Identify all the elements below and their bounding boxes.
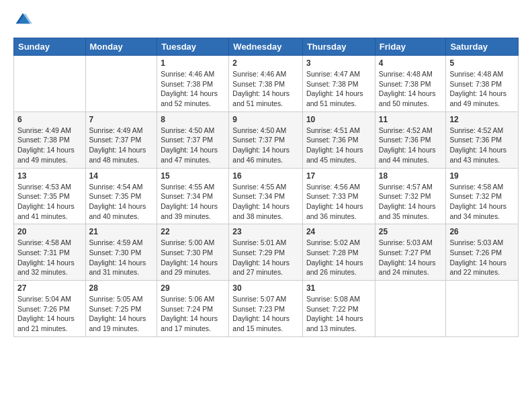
day-info: Sunrise: 4:50 AM Sunset: 7:37 PM Dayligh… — [161, 126, 225, 165]
calendar-header-sunday: Sunday — [14, 38, 86, 56]
day-number: 6 — [17, 115, 82, 124]
day-number: 22 — [161, 227, 225, 236]
calendar-cell: 25Sunrise: 5:03 AM Sunset: 7:27 PM Dayli… — [375, 224, 446, 281]
calendar-cell: 17Sunrise: 4:56 AM Sunset: 7:33 PM Dayli… — [302, 168, 375, 224]
day-number: 24 — [306, 227, 371, 236]
day-number: 30 — [232, 283, 299, 293]
day-number: 5 — [449, 58, 515, 68]
calendar-cell: 6Sunrise: 4:49 AM Sunset: 7:38 PM Daylig… — [14, 111, 86, 168]
day-number: 26 — [449, 227, 515, 236]
calendar-week-4: 27Sunrise: 5:04 AM Sunset: 7:26 PM Dayli… — [14, 281, 519, 337]
day-number: 11 — [379, 115, 443, 124]
day-number: 17 — [306, 171, 371, 181]
calendar-cell: 22Sunrise: 5:00 AM Sunset: 7:30 PM Dayli… — [157, 224, 229, 281]
day-info: Sunrise: 4:59 AM Sunset: 7:30 PM Dayligh… — [89, 238, 154, 277]
day-number: 23 — [232, 227, 299, 236]
calendar-cell: 9Sunrise: 4:50 AM Sunset: 7:37 PM Daylig… — [229, 111, 303, 168]
calendar-cell: 15Sunrise: 4:55 AM Sunset: 7:34 PM Dayli… — [157, 168, 229, 224]
day-info: Sunrise: 5:05 AM Sunset: 7:25 PM Dayligh… — [89, 294, 154, 334]
calendar-header-friday: Friday — [375, 38, 446, 56]
calendar-cell: 21Sunrise: 4:59 AM Sunset: 7:30 PM Dayli… — [85, 224, 157, 281]
logo-icon — [13, 11, 32, 30]
calendar-cell: 12Sunrise: 4:52 AM Sunset: 7:36 PM Dayli… — [446, 111, 519, 168]
calendar-cell: 8Sunrise: 4:50 AM Sunset: 7:37 PM Daylig… — [157, 111, 229, 168]
day-info: Sunrise: 4:55 AM Sunset: 7:34 PM Dayligh… — [161, 182, 225, 222]
day-info: Sunrise: 5:03 AM Sunset: 7:27 PM Dayligh… — [379, 238, 443, 277]
day-number: 16 — [232, 171, 299, 181]
day-info: Sunrise: 4:48 AM Sunset: 7:38 PM Dayligh… — [449, 69, 515, 109]
calendar-header-tuesday: Tuesday — [157, 38, 229, 56]
calendar-cell: 31Sunrise: 5:08 AM Sunset: 7:22 PM Dayli… — [302, 281, 375, 337]
calendar-cell: 29Sunrise: 5:06 AM Sunset: 7:24 PM Dayli… — [157, 281, 229, 337]
day-info: Sunrise: 4:54 AM Sunset: 7:35 PM Dayligh… — [89, 182, 154, 222]
day-info: Sunrise: 4:51 AM Sunset: 7:36 PM Dayligh… — [306, 126, 371, 165]
day-number: 19 — [449, 171, 515, 181]
day-number: 25 — [379, 227, 443, 236]
day-number: 2 — [232, 58, 299, 68]
day-info: Sunrise: 5:00 AM Sunset: 7:30 PM Dayligh… — [161, 238, 225, 277]
day-info: Sunrise: 5:04 AM Sunset: 7:26 PM Dayligh… — [17, 294, 82, 334]
day-number: 14 — [89, 171, 154, 181]
page: SundayMondayTuesdayWednesdayThursdayFrid… — [0, 0, 532, 348]
day-number: 9 — [232, 115, 299, 124]
logo — [13, 11, 35, 30]
day-info: Sunrise: 4:48 AM Sunset: 7:38 PM Dayligh… — [379, 69, 443, 109]
calendar-cell: 14Sunrise: 4:54 AM Sunset: 7:35 PM Dayli… — [85, 168, 157, 224]
day-number: 28 — [89, 283, 154, 293]
calendar-cell: 10Sunrise: 4:51 AM Sunset: 7:36 PM Dayli… — [302, 111, 375, 168]
calendar-cell: 19Sunrise: 4:58 AM Sunset: 7:32 PM Dayli… — [446, 168, 519, 224]
calendar-cell — [85, 56, 157, 112]
calendar-cell: 28Sunrise: 5:05 AM Sunset: 7:25 PM Dayli… — [85, 281, 157, 337]
day-number: 1 — [161, 58, 225, 68]
day-info: Sunrise: 5:03 AM Sunset: 7:26 PM Dayligh… — [449, 238, 515, 277]
calendar-cell: 30Sunrise: 5:07 AM Sunset: 7:23 PM Dayli… — [229, 281, 303, 337]
day-info: Sunrise: 4:46 AM Sunset: 7:38 PM Dayligh… — [161, 69, 225, 109]
day-number: 7 — [89, 115, 154, 124]
day-number: 8 — [161, 115, 225, 124]
day-number: 15 — [161, 171, 225, 181]
calendar-cell: 3Sunrise: 4:47 AM Sunset: 7:38 PM Daylig… — [302, 56, 375, 112]
calendar-header-wednesday: Wednesday — [229, 38, 303, 56]
day-info: Sunrise: 4:53 AM Sunset: 7:35 PM Dayligh… — [17, 182, 82, 222]
day-info: Sunrise: 5:02 AM Sunset: 7:28 PM Dayligh… — [306, 238, 371, 277]
day-number: 18 — [379, 171, 443, 181]
calendar-cell: 4Sunrise: 4:48 AM Sunset: 7:38 PM Daylig… — [375, 56, 446, 112]
calendar-cell — [14, 56, 86, 112]
calendar-cell: 27Sunrise: 5:04 AM Sunset: 7:26 PM Dayli… — [14, 281, 86, 337]
day-number: 10 — [306, 115, 371, 124]
day-number: 12 — [449, 115, 515, 124]
header — [13, 11, 519, 30]
calendar-header-monday: Monday — [85, 38, 157, 56]
calendar-cell: 23Sunrise: 5:01 AM Sunset: 7:29 PM Dayli… — [229, 224, 303, 281]
day-info: Sunrise: 4:56 AM Sunset: 7:33 PM Dayligh… — [306, 182, 371, 222]
day-info: Sunrise: 4:58 AM Sunset: 7:31 PM Dayligh… — [17, 238, 82, 277]
day-info: Sunrise: 4:52 AM Sunset: 7:36 PM Dayligh… — [449, 126, 515, 165]
calendar-week-1: 6Sunrise: 4:49 AM Sunset: 7:38 PM Daylig… — [14, 111, 519, 168]
day-info: Sunrise: 4:52 AM Sunset: 7:36 PM Dayligh… — [379, 126, 443, 165]
calendar-cell: 20Sunrise: 4:58 AM Sunset: 7:31 PM Dayli… — [14, 224, 86, 281]
day-number: 27 — [17, 283, 82, 293]
calendar-header-row: SundayMondayTuesdayWednesdayThursdayFrid… — [14, 38, 519, 56]
day-number: 20 — [17, 227, 82, 236]
day-info: Sunrise: 4:57 AM Sunset: 7:32 PM Dayligh… — [379, 182, 443, 222]
calendar-week-3: 20Sunrise: 4:58 AM Sunset: 7:31 PM Dayli… — [14, 224, 519, 281]
calendar-table: SundayMondayTuesdayWednesdayThursdayFrid… — [13, 38, 519, 337]
day-info: Sunrise: 4:49 AM Sunset: 7:38 PM Dayligh… — [17, 126, 82, 165]
calendar-cell: 18Sunrise: 4:57 AM Sunset: 7:32 PM Dayli… — [375, 168, 446, 224]
calendar-week-2: 13Sunrise: 4:53 AM Sunset: 7:35 PM Dayli… — [14, 168, 519, 224]
day-number: 13 — [17, 171, 82, 181]
day-info: Sunrise: 4:47 AM Sunset: 7:38 PM Dayligh… — [306, 69, 371, 109]
day-info: Sunrise: 4:50 AM Sunset: 7:37 PM Dayligh… — [232, 126, 299, 165]
calendar-cell — [446, 281, 519, 337]
calendar-cell: 2Sunrise: 4:46 AM Sunset: 7:38 PM Daylig… — [229, 56, 303, 112]
calendar-header-saturday: Saturday — [446, 38, 519, 56]
day-info: Sunrise: 5:08 AM Sunset: 7:22 PM Dayligh… — [306, 294, 371, 334]
day-number: 4 — [379, 58, 443, 68]
calendar-cell: 11Sunrise: 4:52 AM Sunset: 7:36 PM Dayli… — [375, 111, 446, 168]
calendar-cell: 24Sunrise: 5:02 AM Sunset: 7:28 PM Dayli… — [302, 224, 375, 281]
day-number: 29 — [161, 283, 225, 293]
day-info: Sunrise: 4:49 AM Sunset: 7:37 PM Dayligh… — [89, 126, 154, 165]
day-info: Sunrise: 4:55 AM Sunset: 7:34 PM Dayligh… — [232, 182, 299, 222]
day-number: 3 — [306, 58, 371, 68]
calendar-header-thursday: Thursday — [302, 38, 375, 56]
